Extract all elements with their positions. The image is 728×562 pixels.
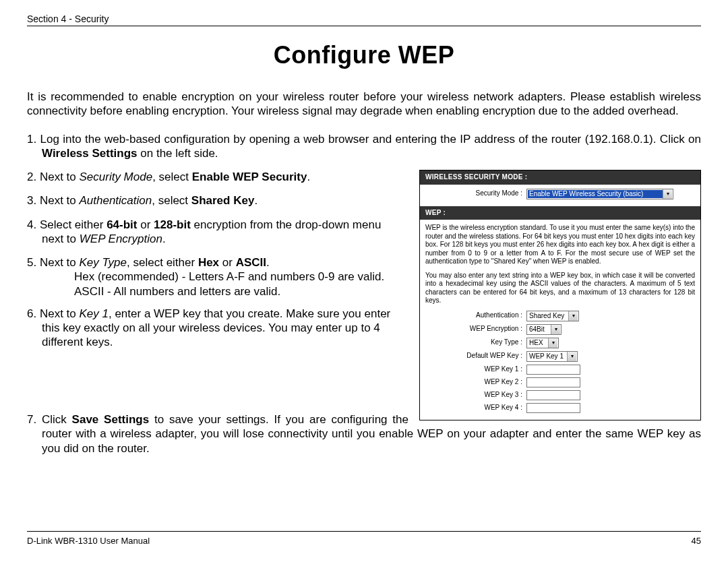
enc-label: WEP Encryption : [425,325,526,334]
chevron-down-icon: ▾ [548,338,557,348]
step-4: 4. Select either 64-bit or 128-bit encry… [27,218,404,247]
wepkey2-input[interactable] [526,377,580,387]
security-mode-header: WIRELESS SECURITY MODE : [420,170,700,185]
keytype-select[interactable]: HEX ▾ [526,338,559,348]
wepkey3-label: WEP Key 3 : [425,391,526,400]
step-5: 5. Next to Key Type, select either Hex o… [27,255,404,299]
auth-label: Authentication : [425,311,526,320]
security-mode-select[interactable]: Enable WEP Wireless Security (basic) ▾ [526,189,673,199]
page-footer: D-Link WBR-1310 User Manual 45 [27,531,701,546]
wep-description-1: WEP is the wireless encryption standard.… [425,224,695,266]
enc-select[interactable]: 64Bit ▾ [526,324,562,335]
keytype-label: Key Type : [425,338,526,347]
wepkey2-label: WEP Key 2 : [425,378,526,387]
wep-header: WEP : [420,206,700,220]
step-5-sub2: ASCII - All numbers and letters are vali… [42,284,404,299]
router-screenshot: WIRELESS SECURITY MODE : Security Mode :… [419,170,701,420]
wep-description-2: You may also enter any text string into … [425,272,695,305]
wepkey4-input[interactable] [526,403,580,413]
step-5-sub1: Hex (recommended) - Letters A-F and numb… [42,270,404,284]
chevron-down-icon: ▾ [568,311,578,321]
step-2: 2. Next to Security Mode, select Enable … [27,170,404,184]
intro-paragraph: It is recommended to enable encryption o… [27,90,701,119]
step-3: 3. Next to Authentication, select Shared… [27,193,404,208]
wepkey3-input[interactable] [526,390,580,400]
chevron-down-icon: ▾ [551,325,560,334]
auth-select[interactable]: Shared Key ▾ [526,311,579,321]
security-mode-label: Security Mode : [425,189,526,198]
step-1: 1. Log into the web-based configuration … [27,132,701,161]
wepkey4-label: WEP Key 4 : [425,404,526,412]
footer-manual-name: D-Link WBR-1310 User Manual [27,536,150,546]
defaultkey-select[interactable]: WEP Key 1 ▾ [526,351,578,362]
wepkey1-input[interactable] [526,365,580,375]
step-6: 6. Next to Key 1, enter a WEP key that y… [27,307,404,350]
wepkey1-label: WEP Key 1 : [425,365,526,374]
section-header: Section 4 - Security [27,13,701,24]
defaultkey-label: Default WEP Key : [425,352,526,361]
page-title: Configure WEP [27,41,701,69]
chevron-down-icon: ▾ [663,189,672,199]
top-divider [27,26,701,26]
footer-page-number: 45 [692,536,701,546]
chevron-down-icon: ▾ [567,352,576,361]
